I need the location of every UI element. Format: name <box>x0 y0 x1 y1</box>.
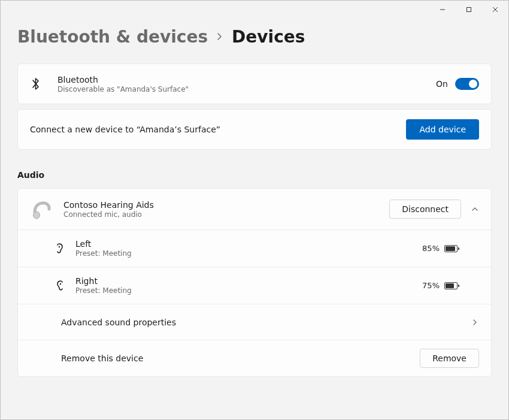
chevron-right-icon <box>216 31 223 43</box>
bluetooth-state-label: On <box>436 79 448 89</box>
chevron-up-icon[interactable] <box>471 206 479 213</box>
window-titlebar <box>1 1 508 19</box>
breadcrumb-parent[interactable]: Bluetooth & devices <box>17 27 208 47</box>
ear-right-icon <box>54 280 66 292</box>
window-maximize-button[interactable] <box>456 1 482 19</box>
breadcrumb-current: Devices <box>232 27 305 47</box>
add-device-button[interactable]: Add device <box>406 119 479 140</box>
chevron-right-icon <box>471 319 479 326</box>
advanced-sound-label: Advanced sound properties <box>61 318 176 327</box>
device-side-row-right: Right Preset: Meeting 75% <box>18 267 491 304</box>
bluetooth-toggle-card: Bluetooth Discoverable as "Amanda's Surf… <box>17 64 492 104</box>
battery-icon <box>444 282 458 289</box>
bluetooth-toggle[interactable] <box>455 78 479 90</box>
remove-button[interactable]: Remove <box>420 349 479 368</box>
battery-indicator-right: 75% <box>422 281 458 290</box>
side-name: Left <box>75 239 132 249</box>
audio-section-label: Audio <box>17 170 492 180</box>
device-side-row-left: Left Preset: Meeting 85% <box>18 229 491 267</box>
window-close-button[interactable] <box>482 1 508 19</box>
ear-left-icon <box>54 243 66 255</box>
breadcrumb: Bluetooth & devices Devices <box>17 27 492 47</box>
side-preset: Preset: Meeting <box>75 249 132 258</box>
add-device-card: Connect a new device to “Amanda’s Surfac… <box>17 109 492 150</box>
window-minimize-button[interactable] <box>429 1 456 19</box>
device-name: Contoso Hearing Aids <box>63 200 154 210</box>
battery-indicator-left: 85% <box>422 244 458 253</box>
battery-text: 75% <box>422 281 440 290</box>
bluetooth-icon <box>30 77 42 91</box>
device-status: Connected mic, audio <box>63 210 154 219</box>
audio-device-group: Contoso Hearing Aids Connected mic, audi… <box>17 188 492 377</box>
hearing-aid-icon <box>30 197 54 221</box>
disconnect-button[interactable]: Disconnect <box>389 200 461 219</box>
svg-rect-1 <box>467 8 471 12</box>
svg-point-6 <box>60 283 61 284</box>
battery-text: 85% <box>422 244 440 253</box>
battery-icon <box>444 245 458 252</box>
add-device-prompt: Connect a new device to “Amanda’s Surfac… <box>30 125 220 134</box>
remove-device-label: Remove this device <box>61 353 143 363</box>
bluetooth-title: Bluetooth <box>57 75 189 84</box>
bluetooth-subtitle: Discoverable as "Amanda's Surface" <box>57 85 189 93</box>
remove-device-row: Remove this device Remove <box>18 340 491 376</box>
device-header-row[interactable]: Contoso Hearing Aids Connected mic, audi… <box>18 189 491 229</box>
advanced-sound-row[interactable]: Advanced sound properties <box>18 304 491 340</box>
svg-point-4 <box>34 211 40 219</box>
svg-point-5 <box>59 246 60 247</box>
side-name: Right <box>75 276 132 286</box>
side-preset: Preset: Meeting <box>75 286 132 295</box>
